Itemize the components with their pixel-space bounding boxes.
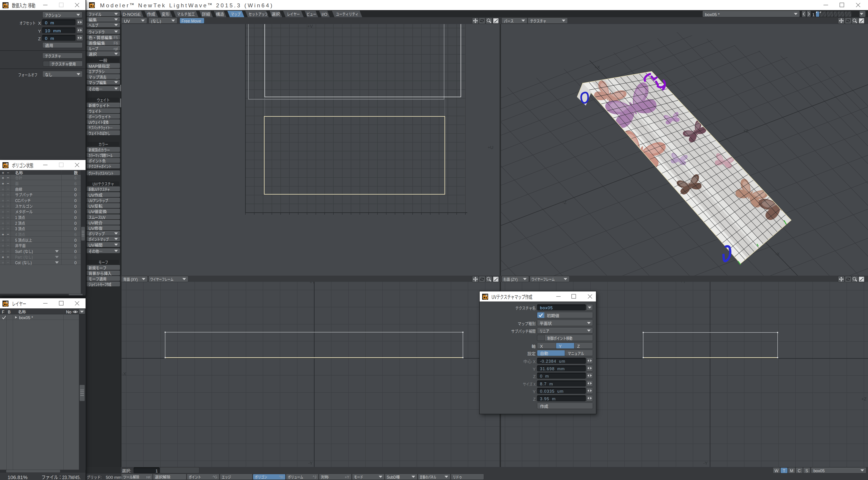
svg-text:-Z: -Z — [562, 199, 566, 205]
svg-text:-Y: -Y — [308, 459, 313, 466]
svg-text:+U: +U — [488, 144, 493, 150]
svg-text:+Z: +Z — [861, 396, 867, 402]
svg-text:M: M — [6, 3, 8, 5]
svg-text:+Z: +Z — [743, 127, 748, 134]
svg-text:-Y: -Y — [703, 459, 708, 466]
svg-text:+Y: +Y — [310, 281, 315, 285]
svg-text:+X: +X — [595, 64, 600, 70]
svg-text:M: M — [486, 294, 488, 297]
svg-text:-X: -X — [122, 370, 126, 376]
svg-text:M: M — [6, 163, 8, 165]
svg-text:M: M — [6, 301, 8, 304]
svg-text:+V: +V — [307, 24, 313, 29]
svg-text:-X: -X — [775, 250, 780, 256]
